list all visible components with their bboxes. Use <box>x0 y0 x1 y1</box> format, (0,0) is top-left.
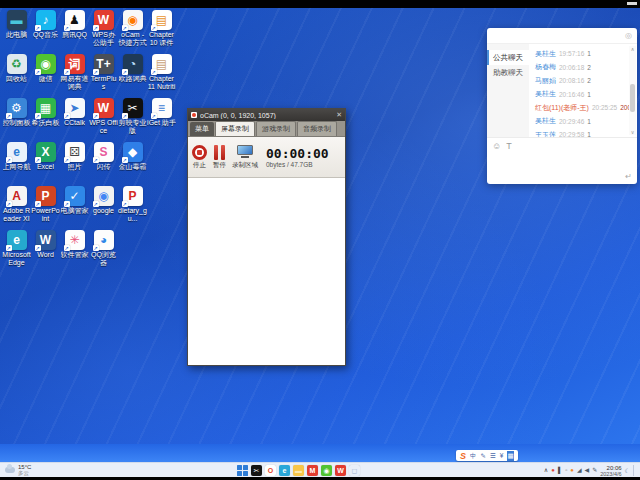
desktop-icon[interactable]: ✂ 剪映专业版 <box>118 98 147 135</box>
sogou-input-toolbar: S 中 ✎ ☰ ¥ ▦ <box>456 450 518 461</box>
desktop-icon[interactable]: ◔ 欧路词典 <box>118 54 147 83</box>
icon-row: A Adobe Reader XI P PowerPoint ✓ 电脑管家 ◉ … <box>2 186 178 230</box>
wifi-icon[interactable]: ◢ <box>577 467 582 474</box>
stop-button[interactable]: 停止 <box>192 145 207 170</box>
tab-screen-recording[interactable]: 屏幕录制 <box>215 121 255 136</box>
chevron-up-icon[interactable]: ∧ <box>544 467 548 474</box>
device-icon[interactable]: ▫ <box>565 467 567 474</box>
desktop-icon[interactable]: ▦ 希沃白板 <box>31 98 60 127</box>
tab-audio-recording[interactable]: 音频录制 <box>297 121 337 136</box>
sogou-logo-icon[interactable]: S <box>460 451 466 461</box>
ocam-taskbar-icon[interactable]: O <box>265 465 276 476</box>
show-desktop-button[interactable] <box>633 465 636 476</box>
chat-message-row[interactable]: 王玉莲 20:29:58 1 <box>535 128 627 137</box>
desktop-icon[interactable]: P PowerPoint <box>31 186 60 223</box>
chat-scrollbar[interactable]: ∧ ∨ <box>629 46 636 135</box>
desktop-icon[interactable]: ▬ 此电脑 <box>2 10 31 39</box>
mic-icon[interactable]: ▌ <box>558 467 562 474</box>
pen-icon[interactable]: ✎ <box>481 451 486 461</box>
desktop-icon-label: Word <box>37 251 54 259</box>
keyboard-icon[interactable]: ▦ <box>507 451 513 461</box>
desktop-icon[interactable]: ◉ google <box>89 186 118 215</box>
menu-icon[interactable]: ☰ <box>490 451 496 461</box>
emoji-icon[interactable]: ☺ <box>492 141 501 151</box>
app-icon: ◕ <box>94 230 114 250</box>
desktop-icon[interactable]: ➤ CCtalk <box>60 98 89 127</box>
desktop-icon[interactable]: ▤ Chapter 11 Nutrition ... <box>147 54 176 91</box>
ocam-toolbar: 停止 暂停 录制区域 00:00:00 0bytes / 47.7GB <box>188 137 345 178</box>
desktop-icon[interactable]: ⚄ 照片 <box>60 142 89 171</box>
chat-message-row[interactable]: 吴桂生 20:29:46 1 <box>535 115 627 129</box>
desktop-icon[interactable]: 词 网易有道词典 <box>60 54 89 91</box>
chat-message-row[interactable]: 吴桂生 19:57:16 1 <box>535 47 627 61</box>
desktop-icon[interactable]: ♟ 腾讯QQ <box>60 10 89 39</box>
desktop-icon[interactable]: ✳ 软件管家 <box>60 230 89 259</box>
settings-icon[interactable]: ◎ <box>625 31 632 40</box>
desktop-icon[interactable]: S 闪传 <box>89 142 118 171</box>
desktop-icon-label: 电脑管家 <box>61 207 89 215</box>
app-icon: S <box>94 142 114 162</box>
volume-icon[interactable]: ◀ <box>585 467 590 474</box>
jianying-taskbar-icon[interactable]: ✂ <box>251 465 262 476</box>
desktop-icon[interactable]: A Adobe Reader XI <box>2 186 31 223</box>
chat-message-row[interactable]: 吴桂生 20:16:46 1 <box>535 88 627 102</box>
record-region-button[interactable]: 录制区域 <box>232 145 258 170</box>
pen-icon[interactable]: ✎ <box>592 467 597 474</box>
message-sender: 吴桂生 <box>535 116 556 126</box>
tab-game-recording[interactable]: 游戏录制 <box>256 121 296 136</box>
ocam-title-bar[interactable]: oCam (0, 0, 1920, 1057) ✕ <box>188 109 345 121</box>
desktop-icon[interactable]: ◉ oCam - 快捷方式 <box>118 10 147 47</box>
start-button[interactable] <box>237 465 248 476</box>
edge-taskbar-icon[interactable]: e <box>279 465 290 476</box>
app-icon-glyph: X <box>41 145 49 159</box>
chat-message-row[interactable]: 红包(11)(老师-王) 20:25:25 2000 <box>535 101 627 115</box>
desktop-icon[interactable]: ✓ 电脑管家 <box>60 186 89 215</box>
desktop-icon[interactable]: P dietary_gu... <box>118 186 147 223</box>
file-explorer-icon[interactable]: ▬ <box>293 465 304 476</box>
chat-message-row[interactable]: 马丽娟 20:08:16 2 <box>535 74 627 88</box>
mail-taskbar-icon[interactable]: M <box>307 465 318 476</box>
ocam-menu-button[interactable]: 菜单 <box>190 122 214 136</box>
scroll-down-icon[interactable]: ∨ <box>631 129 635 135</box>
desktop-icon[interactable]: X Excel <box>31 142 60 171</box>
pause-icon <box>213 145 226 160</box>
desktop-icon-label: 微信 <box>39 75 53 83</box>
desktop-icon[interactable]: e Microsoft Edge <box>2 230 31 267</box>
tab-assistant-chat[interactable]: 助教聊天 <box>487 65 529 80</box>
desktop-icon[interactable]: ≡ iGet 助手 <box>147 98 176 127</box>
text-format-icon[interactable]: T <box>506 141 512 151</box>
symbol-icon[interactable]: ¥ <box>500 451 504 461</box>
scrollbar-thumb[interactable] <box>630 84 635 112</box>
tab-public-chat[interactable]: 公共聊天 <box>487 50 529 65</box>
record-icon[interactable]: ● <box>551 467 555 474</box>
app-icon-glyph: W <box>98 101 109 115</box>
desktop-icon[interactable]: ⚙ 控制面板 <box>2 98 31 127</box>
close-icon[interactable]: ✕ <box>336 111 342 119</box>
pause-button[interactable]: 暂停 <box>213 145 226 170</box>
desktop-icon[interactable]: ◕ QQ浏览器 <box>89 230 118 267</box>
light-app-icon[interactable]: ◻ <box>349 465 360 476</box>
chat-input-area[interactable]: ☺ T ↵ <box>487 137 637 184</box>
wechat-taskbar-icon[interactable]: ◉ <box>321 465 332 476</box>
chat-message-row[interactable]: 杨春梅 20:06:18 2 <box>535 61 627 75</box>
desktop-icon[interactable]: W WPS Office <box>89 98 118 135</box>
notification-icon[interactable]: ☾ <box>625 467 630 474</box>
desktop-icon[interactable]: W WPS办公助手 <box>89 10 118 47</box>
scroll-up-icon[interactable]: ∧ <box>631 46 635 52</box>
desktop-icon[interactable]: T+ TermPlus <box>89 54 118 91</box>
taskbar-clock[interactable]: 20:06 2023/4/6 <box>600 465 621 477</box>
desktop-icon[interactable]: ◉ 微信 <box>31 54 60 83</box>
desktop-icon[interactable]: ♻ 回收站 <box>2 54 31 83</box>
weather-widget[interactable]: 15°C 多云 <box>5 464 31 476</box>
desktop-icon[interactable]: e 上网导航 <box>2 142 31 171</box>
chinese-mode-icon[interactable]: 中 <box>470 451 477 461</box>
desktop-icon[interactable]: ♪ QQ音乐 <box>31 10 60 39</box>
wps-taskbar-icon[interactable]: W <box>335 465 346 476</box>
sync-icon[interactable]: ● <box>570 467 574 474</box>
app-icon-glyph: ▦ <box>40 101 51 115</box>
send-icon[interactable]: ↵ <box>625 172 632 181</box>
desktop-icon[interactable]: W Word <box>31 230 60 259</box>
desktop-icon[interactable]: ◆ 金山毒霸 <box>118 142 147 171</box>
app-icon-glyph: S <box>99 145 107 159</box>
desktop-icon[interactable]: ▤ Chapter 10 课件 <box>147 10 176 47</box>
